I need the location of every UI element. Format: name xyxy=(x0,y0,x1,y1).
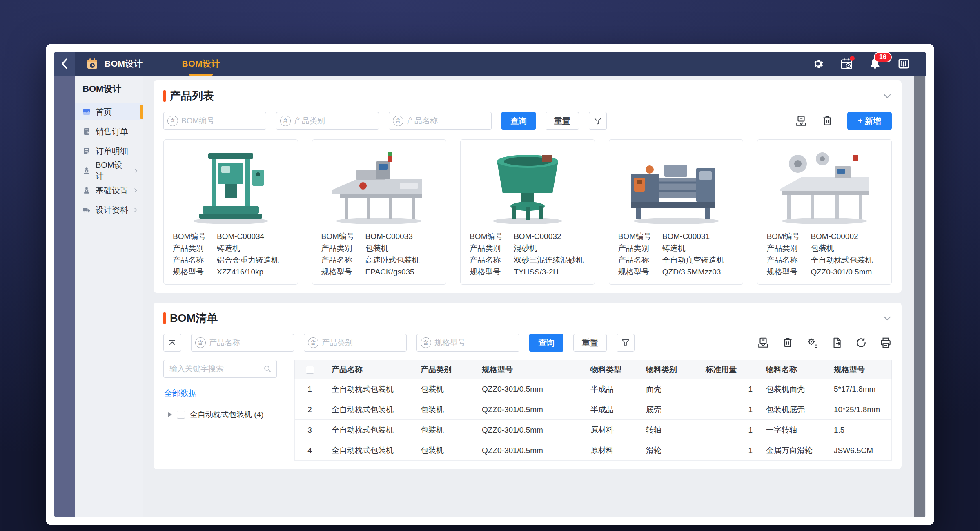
tree-node-checkbox[interactable] xyxy=(177,411,185,419)
product-card[interactable]: BOM编号BOM-C00033 产品类别包装机 产品名称高速卧式包装机 规格型号… xyxy=(312,139,447,285)
name-value: 双砂三混连续混砂机 xyxy=(514,254,584,266)
spec-value: TYHSS/3-2H xyxy=(514,266,559,278)
product-card[interactable]: BOM编号BOM-C00032 产品类别混砂机 产品名称双砂三混连续混砂机 规格… xyxy=(460,139,595,285)
sidebar-item-bom-design[interactable]: BOM设计 xyxy=(75,162,143,179)
tree-node[interactable]: 全自动枕式包装机 (4) xyxy=(168,409,280,420)
bom-no-value: BOM-C00034 xyxy=(217,230,264,242)
panel-divider xyxy=(286,360,286,461)
vertical-scrollbar[interactable] xyxy=(914,76,925,517)
tree-search-input[interactable] xyxy=(169,364,263,373)
collapse-chevron-down-icon[interactable] xyxy=(883,91,892,100)
sidebar-item-sales-orders[interactable]: 销售订单 xyxy=(75,123,143,140)
bom-no-filter-field[interactable]: 含 xyxy=(163,112,266,130)
product-card[interactable]: BOM编号BOM-C00002 产品类别包装机 产品名称全自动枕式包装机 规格型… xyxy=(757,139,892,285)
collapse-filters-button[interactable] xyxy=(163,334,181,352)
spec-value: EPACK/gs035 xyxy=(365,266,414,278)
category-value: 铸造机 xyxy=(662,242,686,254)
cell: 全自动枕式包装机 xyxy=(325,399,414,420)
add-new-button[interactable]: + 新增 xyxy=(847,112,892,130)
reset-button[interactable]: 重置 xyxy=(546,112,579,130)
tree-all-data-link[interactable]: 全部数据 xyxy=(164,388,280,399)
cell: 底壳 xyxy=(639,399,699,420)
columns-icon xyxy=(898,58,910,70)
funnel-icon xyxy=(593,116,602,125)
table-row[interactable]: 2 全自动枕式包装机 包装机 QZZ0-301/0.5mm 半成品 底壳 1 包… xyxy=(295,399,892,420)
cell: 原材料 xyxy=(584,420,639,440)
field-label: 规格型号 xyxy=(321,266,365,278)
spec-value: XZZ416/10kp xyxy=(217,266,263,278)
bom-query-button[interactable]: 查询 xyxy=(529,334,564,352)
table-row[interactable]: 3 全自动枕式包装机 包装机 QZZ0-301/0.5mm 原材料 转轴 1 一… xyxy=(295,420,892,440)
sidebar-item-order-details[interactable]: 订单明细 xyxy=(75,143,143,160)
print-icon[interactable] xyxy=(795,115,807,127)
cell: 包装机 xyxy=(414,420,475,440)
sidebar-item-label: 销售订单 xyxy=(96,126,128,137)
column-settings-button[interactable] xyxy=(898,58,910,70)
col-header: 规格型号 xyxy=(475,360,584,379)
refresh-icon[interactable] xyxy=(855,337,867,349)
contains-icon: 含 xyxy=(421,337,431,348)
cell: 半成品 xyxy=(584,399,639,420)
tab-bom-design[interactable]: BOM设计 xyxy=(182,52,220,76)
sidebar-item-base-settings[interactable]: 基础设置 xyxy=(75,182,143,199)
sidebar-title: BOM设计 xyxy=(75,83,143,101)
bom-no-value: BOM-C00002 xyxy=(811,230,858,242)
file-export-icon[interactable] xyxy=(831,337,843,349)
trash-icon[interactable] xyxy=(821,115,833,127)
bom-category-input[interactable] xyxy=(322,334,406,351)
chevron-right-icon xyxy=(134,168,138,173)
schedule-button[interactable] xyxy=(840,58,853,70)
cell: 滑轮 xyxy=(639,440,699,461)
cell: 1.5 xyxy=(827,420,892,440)
bom-category-filter-field[interactable]: 含 xyxy=(304,334,407,352)
bom-filter-button[interactable] xyxy=(617,334,635,352)
field-label: 产品类别 xyxy=(321,242,365,254)
settings-list-icon[interactable] xyxy=(806,337,818,349)
settings-gear-button[interactable] xyxy=(812,58,824,70)
product-list-panel: 产品列表 含 含 含 查询 xyxy=(154,80,902,293)
notifications-button[interactable]: 16 xyxy=(869,58,881,70)
import-icon[interactable] xyxy=(757,337,769,349)
field-label: 产品类别 xyxy=(618,242,662,254)
sidebar-item-home[interactable]: 首页 xyxy=(75,103,143,120)
table-row[interactable]: 1 全自动枕式包装机 包装机 QZZ0-301/0.5mm 半成品 面壳 1 包… xyxy=(295,379,892,399)
query-button[interactable]: 查询 xyxy=(501,112,536,130)
filter-button[interactable] xyxy=(589,112,607,130)
tree-search-field[interactable] xyxy=(163,360,277,378)
nav-app-menu[interactable]: BOM设计 xyxy=(86,57,143,70)
col-header: 物料类别 xyxy=(639,360,699,379)
select-all-checkbox[interactable] xyxy=(306,366,314,374)
bom-no-value: BOM-C00031 xyxy=(662,230,710,242)
contains-icon: 含 xyxy=(393,116,403,126)
sidebar-item-label: 基础设置 xyxy=(96,185,128,196)
product-card[interactable]: BOM编号BOM-C00034 产品类别铸造机 产品名称铝合金重力铸造机 规格型… xyxy=(163,139,298,285)
collapse-chevron-down-icon[interactable] xyxy=(883,314,892,323)
bom-no-input[interactable] xyxy=(181,112,266,129)
product-name-filter-field[interactable]: 含 xyxy=(389,112,492,130)
row-index: 3 xyxy=(295,420,325,440)
cell: 包装机 xyxy=(414,399,475,420)
back-button[interactable] xyxy=(54,52,75,76)
bom-spec-input[interactable] xyxy=(434,334,519,351)
top-navbar: BOM设计 BOM设计 1 xyxy=(54,52,926,76)
bom-product-name-input[interactable] xyxy=(209,334,294,351)
bom-reset-button[interactable]: 重置 xyxy=(573,334,607,352)
product-category-filter-field[interactable]: 含 xyxy=(276,112,379,130)
sidebar-item-design-docs[interactable]: 设计资料 xyxy=(75,201,143,219)
field-label: 产品名称 xyxy=(321,254,365,266)
sidebar-item-label: 设计资料 xyxy=(96,205,128,216)
bom-no-value: BOM-C00032 xyxy=(514,230,561,242)
table-row[interactable]: 4 全自动枕式包装机 包装机 QZZ0-301/0.5mm 原材料 滑轮 1 金… xyxy=(295,440,892,461)
product-name-input[interactable] xyxy=(407,112,491,129)
app-root: BOM设计 BOM设计 1 xyxy=(54,52,926,517)
product-image-vacuum-casting-machine xyxy=(609,140,743,229)
expander-caret-icon[interactable] xyxy=(168,412,172,417)
material-name-filter-field[interactable]: 含 xyxy=(191,334,294,352)
trash-icon[interactable] xyxy=(782,337,794,349)
bom-spec-filter-field[interactable]: 含 xyxy=(416,334,519,352)
product-category-input[interactable] xyxy=(294,112,379,129)
bom-tree-panel: 全部数据 全自动枕式包装机 (4) xyxy=(163,360,286,461)
printer-icon[interactable] xyxy=(880,337,892,349)
product-card[interactable]: BOM编号BOM-C00031 产品类别铸造机 产品名称全自动真空铸造机 规格型… xyxy=(609,139,744,285)
spec-value: QZD/3.5MMzz03 xyxy=(662,266,721,278)
